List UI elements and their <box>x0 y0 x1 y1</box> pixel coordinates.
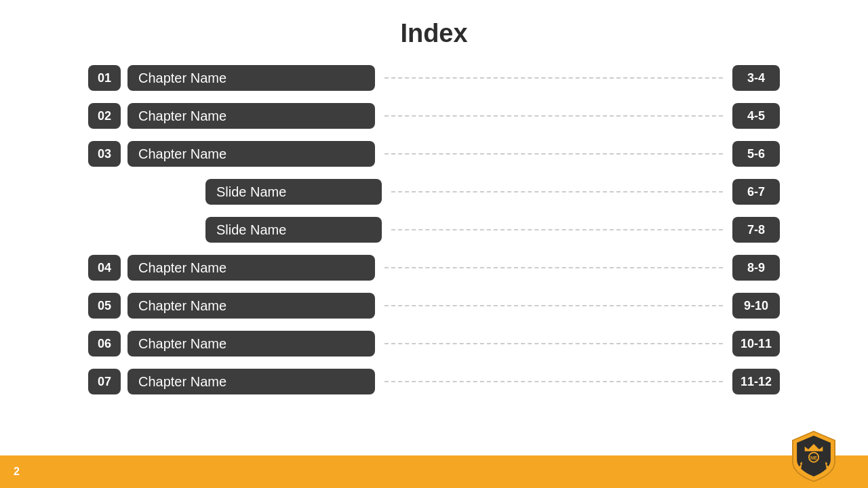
dot-separator <box>384 77 723 79</box>
chapter-number: 02 <box>88 103 121 129</box>
chapter-label: Chapter Name <box>127 103 375 129</box>
dot-separator <box>384 343 723 344</box>
page-range: 7-8 <box>732 217 780 243</box>
dot-separator <box>384 153 723 155</box>
shield-logo: NE <box>787 428 841 483</box>
dot-separator <box>384 267 723 268</box>
table-row: 04Chapter Name8-9 <box>88 250 780 285</box>
page-range: 11-12 <box>732 369 780 394</box>
table-row: Slide Name7-8 <box>88 212 780 247</box>
table-row: 02Chapter Name4-5 <box>88 98 780 134</box>
chapter-number: 03 <box>88 141 121 167</box>
dot-separator <box>384 381 723 382</box>
table-row: 07Chapter Name11-12 <box>88 364 780 399</box>
chapter-label: Chapter Name <box>127 369 375 394</box>
chapter-number: 05 <box>88 293 121 319</box>
page-range: 6-7 <box>732 179 780 205</box>
dot-separator <box>391 191 723 192</box>
chapter-number: 01 <box>88 65 121 91</box>
chapter-label: Chapter Name <box>127 65 375 91</box>
bottom-bar: 2 <box>0 455 868 488</box>
slide-label: Slide Name <box>205 179 382 205</box>
page-range: 3-4 <box>732 65 780 91</box>
chapter-label: Chapter Name <box>127 331 375 357</box>
page-range: 10-11 <box>732 331 780 357</box>
dot-separator <box>384 305 723 306</box>
table-row: Slide Name6-7 <box>88 174 780 209</box>
chapter-number: 07 <box>88 369 121 394</box>
chapter-label: Chapter Name <box>127 293 375 319</box>
dot-separator <box>384 115 723 117</box>
index-list: 01Chapter Name3-402Chapter Name4-503Chap… <box>0 60 868 399</box>
slide-label: Slide Name <box>205 217 382 243</box>
page-range: 8-9 <box>732 255 780 281</box>
page-range: 4-5 <box>732 103 780 129</box>
table-row: 01Chapter Name3-4 <box>88 60 780 96</box>
chapter-number: 06 <box>88 331 121 357</box>
page-range: 5-6 <box>732 141 780 167</box>
table-row: 05Chapter Name9-10 <box>88 288 780 323</box>
table-row: 06Chapter Name10-11 <box>88 326 780 361</box>
chapter-label: Chapter Name <box>127 255 375 281</box>
table-row: 03Chapter Name5-6 <box>88 136 780 171</box>
svg-text:NE: NE <box>810 455 817 461</box>
footer-page-number: 2 <box>14 466 20 478</box>
page-range: 9-10 <box>732 293 780 319</box>
chapter-label: Chapter Name <box>127 141 375 167</box>
dot-separator <box>391 229 723 230</box>
chapter-number: 04 <box>88 255 121 281</box>
page-title: Index <box>0 0 868 60</box>
